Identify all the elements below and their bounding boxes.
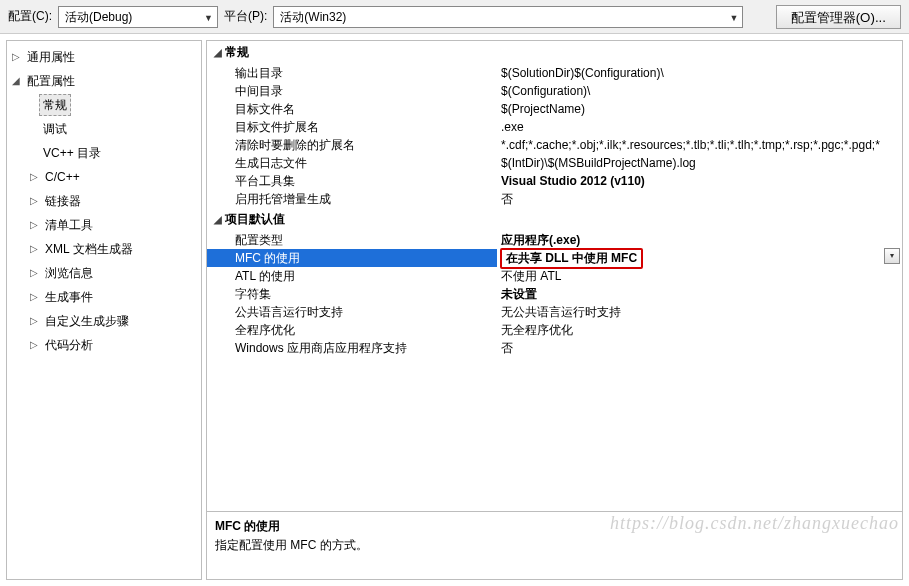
collapse-icon[interactable]: ◢ — [9, 71, 23, 91]
nav-tree[interactable]: ▷通用属性 ◢配置属性 常规 调试 VC++ 目录 ▷C/C++ ▷链接器 ▷清… — [6, 40, 202, 580]
mfc-value: 在共享 DLL 中使用 MFC — [500, 248, 643, 269]
row-clr[interactable]: 公共语言运行时支持无公共语言运行时支持 — [207, 303, 902, 321]
expand-icon[interactable]: ▷ — [27, 263, 41, 283]
tree-debug[interactable]: 调试 — [39, 117, 199, 141]
expand-icon[interactable]: ▷ — [27, 191, 41, 211]
platform-value: 活动(Win32) — [280, 10, 346, 24]
row-cleanext[interactable]: 清除时要删除的扩展名*.cdf;*.cache;*.obj;*.ilk;*.re… — [207, 136, 902, 154]
chevron-down-icon: ▼ — [204, 10, 213, 26]
row-toolset[interactable]: 平台工具集Visual Studio 2012 (v110) — [207, 172, 902, 190]
expand-icon[interactable]: ▷ — [27, 239, 41, 259]
desc-title: MFC 的使用 — [215, 518, 894, 535]
tree-linker[interactable]: ▷链接器 — [27, 189, 199, 213]
tree-ccpp[interactable]: ▷C/C++ — [27, 165, 199, 189]
section-defaults[interactable]: ◢项目默认值 — [207, 208, 902, 231]
desc-text: 指定配置使用 MFC 的方式。 — [215, 537, 894, 554]
expand-icon[interactable]: ▷ — [27, 287, 41, 307]
config-combo[interactable]: 活动(Debug) ▼ — [58, 6, 218, 28]
property-grid[interactable]: ◢常规 输出目录$(SolutionDir)$(Configuration)\ … — [206, 40, 903, 512]
config-manager-button[interactable]: 配置管理器(O)... — [776, 5, 901, 29]
tree-general[interactable]: 常规 — [39, 93, 199, 117]
expand-icon[interactable]: ▷ — [27, 335, 41, 355]
row-intdir[interactable]: 中间目录$(Configuration)\ — [207, 82, 902, 100]
row-atl-use[interactable]: ATL 的使用不使用 ATL — [207, 267, 902, 285]
dropdown-button[interactable]: ▾ — [884, 248, 900, 264]
expand-icon[interactable]: ▷ — [27, 215, 41, 235]
row-charset[interactable]: 字符集未设置 — [207, 285, 902, 303]
section-general[interactable]: ◢常规 — [207, 41, 902, 64]
row-targetext[interactable]: 目标文件扩展名.exe — [207, 118, 902, 136]
row-incremental[interactable]: 启用托管增量生成否 — [207, 190, 902, 208]
platform-label: 平台(P): — [224, 8, 267, 25]
right-pane: ◢常规 输出目录$(SolutionDir)$(Configuration)\ … — [206, 40, 903, 580]
tree-vcdir[interactable]: VC++ 目录 — [39, 141, 199, 165]
tree-common-properties[interactable]: ▷通用属性 — [9, 45, 199, 69]
tree-browse[interactable]: ▷浏览信息 — [27, 261, 199, 285]
row-conftype[interactable]: 配置类型应用程序(.exe) — [207, 231, 902, 249]
row-wpo[interactable]: 全程序优化无全程序优化 — [207, 321, 902, 339]
row-winstore[interactable]: Windows 应用商店应用程序支持否 — [207, 339, 902, 357]
row-mfc-use[interactable]: MFC 的使用 在共享 DLL 中使用 MFC ▾ — [207, 249, 902, 267]
config-label: 配置(C): — [8, 8, 52, 25]
tree-codeanalysis[interactable]: ▷代码分析 — [27, 333, 199, 357]
tree-buildevents[interactable]: ▷生成事件 — [27, 285, 199, 309]
tree-custom[interactable]: ▷自定义生成步骤 — [27, 309, 199, 333]
top-toolbar: 配置(C): 活动(Debug) ▼ 平台(P): 活动(Win32) ▼ 配置… — [0, 0, 909, 34]
tree-xmldoc[interactable]: ▷XML 文档生成器 — [27, 237, 199, 261]
expand-icon[interactable]: ▷ — [9, 47, 23, 67]
expand-icon[interactable]: ▷ — [27, 167, 41, 187]
collapse-icon[interactable]: ◢ — [211, 47, 225, 58]
collapse-icon[interactable]: ◢ — [211, 214, 225, 225]
tree-config-properties[interactable]: ◢配置属性 — [9, 69, 199, 93]
expand-icon[interactable]: ▷ — [27, 311, 41, 331]
tree-manifest[interactable]: ▷清单工具 — [27, 213, 199, 237]
chevron-down-icon: ▼ — [729, 10, 738, 26]
main-area: ▷通用属性 ◢配置属性 常规 调试 VC++ 目录 ▷C/C++ ▷链接器 ▷清… — [0, 34, 909, 586]
platform-combo[interactable]: 活动(Win32) ▼ — [273, 6, 743, 28]
row-targetname[interactable]: 目标文件名$(ProjectName) — [207, 100, 902, 118]
description-panel: MFC 的使用 指定配置使用 MFC 的方式。 — [206, 512, 903, 580]
row-outdir[interactable]: 输出目录$(SolutionDir)$(Configuration)\ — [207, 64, 902, 82]
config-value: 活动(Debug) — [65, 10, 132, 24]
row-buildlog[interactable]: 生成日志文件$(IntDir)\$(MSBuildProjectName).lo… — [207, 154, 902, 172]
